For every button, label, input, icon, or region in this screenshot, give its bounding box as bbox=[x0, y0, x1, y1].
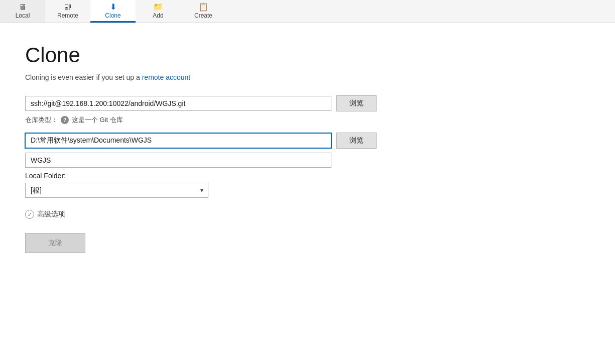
tab-create[interactable]: 📋 Create bbox=[181, 0, 226, 23]
add-icon: 📁 bbox=[153, 3, 163, 11]
advanced-toggle[interactable]: ✓ 高级选项 bbox=[25, 210, 427, 219]
main-content: Clone Cloning is even easier if you set … bbox=[0, 23, 452, 273]
tab-clone[interactable]: ⬇ Clone bbox=[90, 0, 136, 23]
clone-button[interactable]: 克隆 bbox=[25, 233, 85, 253]
path-input[interactable] bbox=[25, 133, 331, 148]
browse-path-button[interactable]: 浏览 bbox=[336, 133, 377, 149]
tab-local-label: Local bbox=[16, 12, 30, 19]
create-icon: 📋 bbox=[198, 3, 208, 11]
browse-url-button[interactable]: 浏览 bbox=[336, 95, 377, 111]
url-input[interactable] bbox=[25, 96, 331, 111]
folder-select-wrapper: [根] ▾ bbox=[25, 183, 208, 198]
top-navigation: 🖥 Local 🖳 Remote ⬇ Clone 📁 Add 📋 Create bbox=[0, 0, 615, 23]
local-folder-label: Local Folder: bbox=[25, 172, 427, 180]
repo-type-value: 这是一个 Git 仓库 bbox=[72, 115, 123, 125]
folder-select[interactable]: [根] bbox=[25, 183, 208, 198]
path-row: 浏览 bbox=[25, 133, 427, 149]
help-icon[interactable]: ? bbox=[61, 116, 69, 124]
chevron-down-icon: ✓ bbox=[25, 210, 34, 219]
tab-local[interactable]: 🖥 Local bbox=[0, 0, 45, 23]
local-icon: 🖥 bbox=[19, 3, 27, 11]
tab-remote[interactable]: 🖳 Remote bbox=[45, 0, 90, 23]
name-input[interactable] bbox=[25, 153, 331, 168]
tab-create-label: Create bbox=[194, 12, 212, 19]
tab-remote-label: Remote bbox=[57, 12, 78, 19]
repo-type-label: 仓库类型： bbox=[25, 115, 58, 125]
repo-type-row: 仓库类型： ? 这是一个 Git 仓库 bbox=[25, 115, 427, 125]
remote-account-link[interactable]: remote account bbox=[142, 73, 191, 81]
url-row: 浏览 bbox=[25, 95, 427, 111]
subtitle: Cloning is even easier if you set up a r… bbox=[25, 73, 427, 81]
tab-add-label: Add bbox=[153, 12, 163, 19]
tab-add[interactable]: 📁 Add bbox=[136, 0, 181, 23]
advanced-label: 高级选项 bbox=[37, 210, 65, 219]
page-title: Clone bbox=[25, 43, 427, 67]
subtitle-prefix: Cloning is even easier if you set up a bbox=[25, 73, 142, 81]
clone-icon: ⬇ bbox=[110, 3, 116, 11]
name-row bbox=[25, 153, 427, 168]
tab-clone-label: Clone bbox=[105, 12, 120, 19]
remote-icon: 🖳 bbox=[64, 3, 72, 11]
advanced-section: ✓ 高级选项 bbox=[25, 210, 427, 219]
